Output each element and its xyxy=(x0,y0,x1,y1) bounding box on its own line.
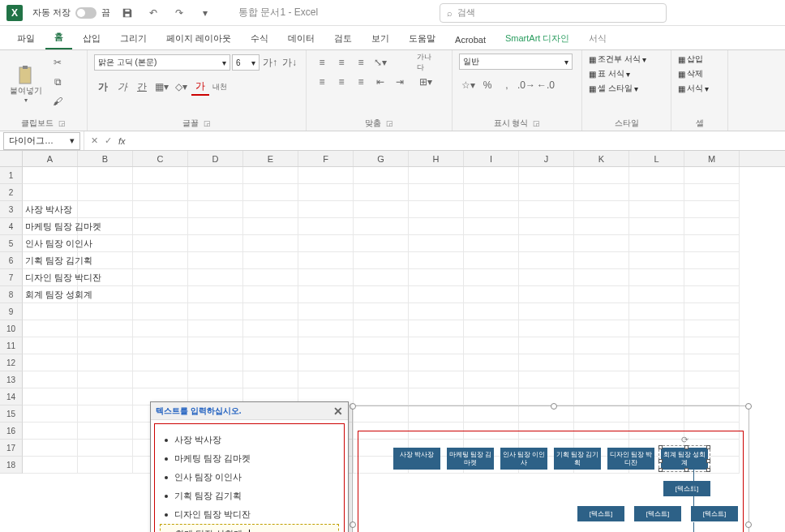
cell[interactable] xyxy=(243,286,298,303)
col-header[interactable]: B xyxy=(78,151,133,166)
row-header[interactable]: 2 xyxy=(0,184,23,201)
cell[interactable] xyxy=(78,388,133,405)
launcher-icon[interactable]: ◲ xyxy=(204,119,211,127)
cell[interactable] xyxy=(519,184,574,201)
cell[interactable] xyxy=(243,218,298,235)
col-header[interactable]: E xyxy=(243,151,298,166)
cell[interactable]: 디자인 팀장 박디잔 xyxy=(23,269,78,286)
cell[interactable] xyxy=(133,269,188,286)
cell[interactable] xyxy=(464,354,519,371)
cell[interactable] xyxy=(684,252,740,269)
cell[interactable] xyxy=(78,184,133,201)
cell[interactable] xyxy=(298,184,354,201)
fx-icon[interactable]: fx xyxy=(118,136,126,146)
delete-cells-button[interactable]: ▦ 삭제 xyxy=(678,68,721,79)
cell[interactable] xyxy=(23,167,78,184)
copy-icon[interactable]: ⧉ xyxy=(49,73,66,91)
tab-home[interactable]: 홈 xyxy=(45,26,72,49)
cell[interactable] xyxy=(519,286,574,303)
tab-acrobat[interactable]: Acrobat xyxy=(446,30,495,49)
row-header[interactable]: 18 xyxy=(0,457,23,474)
align-top-icon[interactable]: ≡ xyxy=(313,54,331,71)
launcher-icon[interactable]: ◲ xyxy=(58,119,66,127)
cell[interactable] xyxy=(243,201,298,218)
cell[interactable] xyxy=(464,167,519,184)
cell[interactable] xyxy=(23,440,78,457)
cell[interactable] xyxy=(684,354,740,371)
align-left-icon[interactable]: ≡ xyxy=(313,73,331,91)
qat-dropdown-icon[interactable]: ▾ xyxy=(196,4,214,22)
cell[interactable] xyxy=(133,201,188,218)
cell[interactable] xyxy=(133,371,188,388)
cell[interactable] xyxy=(188,201,243,218)
cell[interactable] xyxy=(574,354,629,371)
row-header[interactable]: 3 xyxy=(0,201,23,218)
cell[interactable] xyxy=(78,235,133,252)
cell[interactable] xyxy=(354,303,409,320)
tab-insert[interactable]: 삽입 xyxy=(74,28,109,49)
cell[interactable] xyxy=(574,371,629,388)
cell[interactable] xyxy=(298,201,354,218)
cell[interactable] xyxy=(23,457,78,474)
cell[interactable] xyxy=(243,303,298,320)
cell[interactable] xyxy=(354,286,409,303)
cell[interactable] xyxy=(409,235,464,252)
cell[interactable] xyxy=(133,354,188,371)
fill-color-button[interactable]: ◇▾ xyxy=(172,78,190,96)
cell[interactable] xyxy=(464,320,519,337)
row-header[interactable]: 4 xyxy=(0,218,23,235)
cell[interactable] xyxy=(574,235,629,252)
cell[interactable] xyxy=(684,388,740,405)
cell[interactable] xyxy=(354,269,409,286)
cell[interactable] xyxy=(464,201,519,218)
cell[interactable] xyxy=(684,303,740,320)
cell[interactable] xyxy=(519,218,574,235)
smartart-canvas[interactable]: 사장 박사장 마케팅 팀장 김마켓 인사 팀장 이인사 기획 팀장 김기획 디자… xyxy=(352,405,749,532)
indent-decrease-icon[interactable]: ⇤ xyxy=(371,73,389,91)
cell[interactable] xyxy=(354,337,409,354)
cell[interactable] xyxy=(409,218,464,235)
cell[interactable] xyxy=(133,184,188,201)
cell[interactable] xyxy=(78,201,133,218)
cell[interactable] xyxy=(519,371,574,388)
cell[interactable] xyxy=(23,337,78,354)
font-color-button[interactable]: 가 xyxy=(191,78,209,96)
comma-icon[interactable]: , xyxy=(498,76,516,94)
cell[interactable] xyxy=(188,286,243,303)
cell[interactable] xyxy=(298,320,354,337)
tab-draw[interactable]: 그리기 xyxy=(111,28,156,49)
autosave-toggle[interactable]: 자동 저장 끔 xyxy=(32,6,110,19)
smartart-text-pane[interactable]: 텍스트를 입력하십시오. ✕ 사장 박사장 마케팅 팀장 김마켓 인사 팀장 이… xyxy=(150,401,349,532)
cell-style-button[interactable]: ▦ 셀 스타일 ▾ xyxy=(589,83,664,94)
cell[interactable] xyxy=(23,388,78,405)
cell[interactable] xyxy=(574,286,629,303)
cell[interactable] xyxy=(354,184,409,201)
cell[interactable] xyxy=(78,354,133,371)
cut-icon[interactable]: ✂ xyxy=(49,54,66,71)
cell[interactable] xyxy=(78,286,133,303)
cell[interactable] xyxy=(23,423,78,440)
tab-format[interactable]: 서식 xyxy=(580,28,616,49)
col-header[interactable]: G xyxy=(354,151,409,166)
cell[interactable] xyxy=(188,167,243,184)
cell[interactable] xyxy=(298,252,354,269)
format-painter-icon[interactable]: 🖌 xyxy=(49,92,66,110)
selection-handle[interactable] xyxy=(745,403,752,410)
cell[interactable] xyxy=(298,303,354,320)
org-sub-box[interactable]: [텍스트] xyxy=(634,506,681,521)
align-middle-icon[interactable]: ≡ xyxy=(332,54,350,71)
cell[interactable] xyxy=(519,201,574,218)
cell[interactable]: 회계 팀장 성회계 xyxy=(23,286,78,303)
cell[interactable] xyxy=(629,167,684,184)
rotate-handle-icon[interactable]: ⟳ xyxy=(680,435,689,444)
org-box-selected[interactable]: ⟳ 회계 팀장 성회계 xyxy=(661,448,708,470)
selection-handle[interactable] xyxy=(745,521,752,528)
insert-cells-button[interactable]: ▦ 삽입 xyxy=(678,54,721,65)
bullet-item-editing[interactable]: 회계 팀장 성회계 xyxy=(160,524,339,532)
org-sub-box[interactable]: [텍스트] xyxy=(691,506,738,521)
cell[interactable] xyxy=(78,457,133,474)
select-all-corner[interactable] xyxy=(0,151,23,166)
row-header[interactable]: 8 xyxy=(0,286,23,303)
row-header[interactable]: 16 xyxy=(0,423,23,440)
cell[interactable] xyxy=(133,167,188,184)
